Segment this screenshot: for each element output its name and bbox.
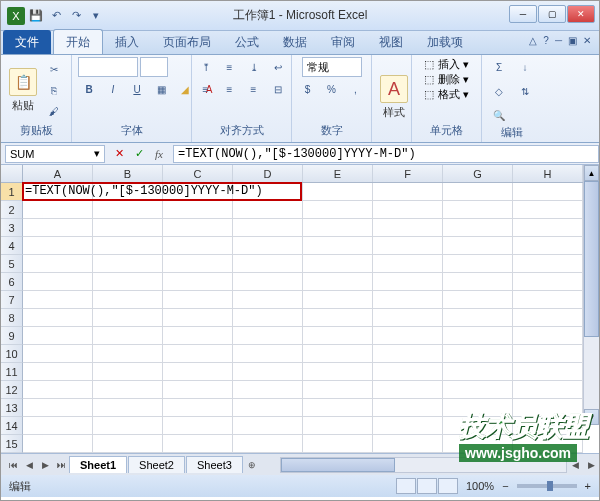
excel-icon[interactable]: X: [7, 7, 25, 25]
cell[interactable]: [23, 327, 93, 345]
number-format-box[interactable]: 常规: [302, 57, 362, 77]
cell[interactable]: [443, 417, 513, 435]
clear-icon[interactable]: ◇: [488, 81, 510, 101]
cell[interactable]: [303, 219, 373, 237]
cell[interactable]: [93, 219, 163, 237]
sheet-nav-prev-icon[interactable]: ◀: [21, 457, 37, 473]
scroll-left-icon[interactable]: ◀: [567, 457, 583, 473]
cell[interactable]: [93, 273, 163, 291]
col-header-c[interactable]: C: [163, 165, 233, 182]
tab-addins[interactable]: 加载项: [415, 30, 475, 54]
cell[interactable]: [303, 435, 373, 453]
cell[interactable]: [23, 435, 93, 453]
cell[interactable]: [303, 309, 373, 327]
cells-insert-button[interactable]: ⬚ 插入 ▾: [424, 57, 468, 72]
formula-input[interactable]: =TEXT(NOW(),"[$-130000]YYYY-M-D"): [173, 145, 599, 163]
cell[interactable]: [23, 201, 93, 219]
cell[interactable]: [163, 435, 233, 453]
italic-button[interactable]: I: [102, 79, 124, 99]
cell[interactable]: [93, 237, 163, 255]
row-header[interactable]: 13: [1, 399, 23, 417]
row-header[interactable]: 7: [1, 291, 23, 309]
cell[interactable]: [443, 219, 513, 237]
cell[interactable]: [23, 399, 93, 417]
cell[interactable]: [93, 381, 163, 399]
row-header[interactable]: 10: [1, 345, 23, 363]
cell[interactable]: [303, 237, 373, 255]
cell[interactable]: [163, 399, 233, 417]
cell[interactable]: [373, 345, 443, 363]
cells-delete-button[interactable]: ⬚ 删除 ▾: [424, 72, 468, 87]
col-header-g[interactable]: G: [443, 165, 513, 182]
cell[interactable]: [163, 237, 233, 255]
cell[interactable]: [233, 273, 303, 291]
cell[interactable]: [303, 399, 373, 417]
row-header[interactable]: 4: [1, 237, 23, 255]
row-header[interactable]: 2: [1, 201, 23, 219]
cell[interactable]: [513, 201, 583, 219]
cell[interactable]: [93, 309, 163, 327]
col-header-d[interactable]: D: [233, 165, 303, 182]
zoom-slider[interactable]: [517, 484, 577, 488]
comma-icon[interactable]: ,: [345, 79, 367, 99]
cell[interactable]: [303, 327, 373, 345]
tab-data[interactable]: 数据: [271, 30, 319, 54]
cell[interactable]: [23, 381, 93, 399]
currency-icon[interactable]: $: [297, 79, 319, 99]
col-header-f[interactable]: F: [373, 165, 443, 182]
cell[interactable]: [513, 183, 583, 201]
cell[interactable]: [513, 381, 583, 399]
cell[interactable]: [513, 255, 583, 273]
border-icon[interactable]: ▦: [150, 79, 172, 99]
row-header[interactable]: 12: [1, 381, 23, 399]
cell[interactable]: [163, 255, 233, 273]
cell[interactable]: [373, 435, 443, 453]
font-name-box[interactable]: [78, 57, 138, 77]
sheet-tab-3[interactable]: Sheet3: [186, 456, 243, 473]
cell[interactable]: [23, 291, 93, 309]
col-header-a[interactable]: A: [23, 165, 93, 182]
cell[interactable]: [23, 417, 93, 435]
col-header-b[interactable]: B: [93, 165, 163, 182]
cell[interactable]: [373, 255, 443, 273]
cell[interactable]: [443, 327, 513, 345]
cell[interactable]: [233, 201, 303, 219]
tab-review[interactable]: 审阅: [319, 30, 367, 54]
zoom-in-button[interactable]: +: [585, 480, 591, 492]
cell[interactable]: [23, 219, 93, 237]
fill-icon[interactable]: ↓: [514, 57, 536, 77]
minimize-button[interactable]: ─: [509, 5, 537, 23]
child-close-icon[interactable]: ✕: [583, 35, 591, 46]
cell[interactable]: [443, 345, 513, 363]
cell[interactable]: [443, 381, 513, 399]
bold-button[interactable]: B: [78, 79, 100, 99]
cell[interactable]: [23, 363, 93, 381]
cell[interactable]: [373, 237, 443, 255]
scroll-thumb-v[interactable]: [584, 181, 599, 337]
merge-icon[interactable]: ⊟: [267, 79, 289, 99]
scroll-thumb-h[interactable]: [281, 458, 395, 472]
cell[interactable]: [373, 417, 443, 435]
row-header[interactable]: 6: [1, 273, 23, 291]
align-middle-icon[interactable]: ≡: [219, 57, 241, 77]
maximize-button[interactable]: ▢: [538, 5, 566, 23]
cell[interactable]: [163, 327, 233, 345]
cell[interactable]: [233, 363, 303, 381]
cell[interactable]: [233, 219, 303, 237]
sheet-tab-1[interactable]: Sheet1: [69, 456, 127, 473]
scroll-down-icon[interactable]: ▼: [584, 409, 599, 425]
cell[interactable]: [163, 309, 233, 327]
zoom-out-button[interactable]: −: [502, 480, 508, 492]
font-size-box[interactable]: [140, 57, 168, 77]
cell[interactable]: [23, 345, 93, 363]
redo-icon[interactable]: ↷: [67, 7, 85, 25]
cell[interactable]: [373, 183, 443, 201]
help-icon[interactable]: ?: [543, 35, 549, 46]
align-left-icon[interactable]: ≡: [195, 79, 217, 99]
cell[interactable]: [93, 327, 163, 345]
cell[interactable]: [443, 183, 513, 201]
cell[interactable]: [513, 273, 583, 291]
cell[interactable]: [373, 399, 443, 417]
cell[interactable]: [23, 309, 93, 327]
percent-icon[interactable]: %: [321, 79, 343, 99]
